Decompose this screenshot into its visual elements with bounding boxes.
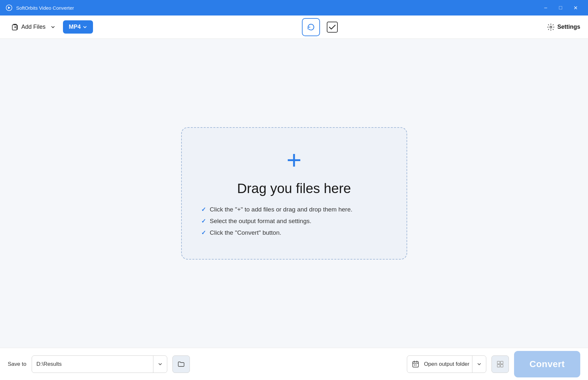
minimize-button[interactable]: –	[538, 0, 553, 15]
settings-label: Settings	[557, 24, 580, 30]
title-bar-left: SoftOrbits Video Converter	[5, 4, 74, 12]
folder-icon	[177, 360, 185, 368]
drop-title: Drag you files here	[237, 181, 351, 196]
calendar-icon	[412, 360, 419, 368]
svg-rect-6	[416, 365, 417, 365]
drop-zone[interactable]: + Drag you files here ✓ Click the "+" to…	[181, 127, 407, 260]
settings-icon	[547, 23, 555, 31]
instructions-list: ✓ Click the "+" to add files or drag and…	[201, 206, 387, 236]
main-content: + Drag you files here ✓ Click the "+" to…	[0, 39, 588, 348]
save-to-label: Save to	[8, 361, 26, 367]
close-button[interactable]: ✕	[568, 0, 583, 15]
path-input[interactable]	[32, 361, 153, 367]
svg-rect-5	[414, 365, 415, 365]
svg-rect-1	[12, 25, 17, 30]
app-logo-icon	[5, 4, 13, 12]
refresh-button[interactable]	[302, 18, 320, 36]
svg-rect-8	[500, 361, 503, 364]
add-files-button[interactable]: Add Files	[8, 21, 49, 33]
check-icon-3: ✓	[201, 229, 206, 236]
check-button[interactable]	[326, 21, 338, 33]
grid-icon	[497, 361, 504, 368]
format-dropdown-icon	[83, 25, 87, 29]
calendar-icon-button[interactable]	[407, 356, 424, 373]
svg-rect-10	[500, 365, 503, 367]
open-folder-label: Open output folder	[424, 361, 472, 367]
check-icon-1: ✓	[201, 206, 206, 213]
open-folder-wrapper: Open output folder	[407, 355, 486, 373]
svg-rect-7	[497, 361, 500, 364]
browse-folder-button[interactable]	[172, 355, 190, 373]
add-files-dropdown[interactable]	[49, 22, 57, 32]
maximize-button[interactable]: □	[553, 0, 568, 15]
app-title: SoftOrbits Video Converter	[16, 5, 74, 11]
instruction-text-3: Click the "Convert" button.	[210, 229, 282, 236]
settings-button[interactable]: Settings	[547, 23, 580, 31]
toolbar-left: Add Files MP4	[8, 20, 93, 34]
format-label: MP4	[69, 24, 81, 30]
path-input-wrapper	[32, 355, 167, 373]
window-controls: – □ ✕	[538, 0, 583, 15]
format-button[interactable]: MP4	[63, 20, 93, 34]
svg-rect-2	[327, 22, 337, 32]
check-icon-2: ✓	[201, 218, 206, 225]
check-icon	[326, 21, 338, 33]
toolbar-center	[93, 18, 547, 36]
chevron-down-icon	[51, 25, 55, 29]
refresh-icon	[306, 23, 315, 32]
add-files-label: Add Files	[21, 24, 46, 30]
svg-rect-9	[497, 365, 500, 367]
grid-view-button[interactable]	[491, 355, 509, 373]
bottom-bar: Save to Open output folder	[0, 348, 588, 380]
instruction-text-2: Select the output format and settings.	[210, 218, 312, 225]
plus-icon: +	[286, 147, 302, 173]
svg-rect-4	[413, 362, 418, 367]
convert-button[interactable]: Convert	[514, 351, 580, 377]
instruction-item-1: ✓ Click the "+" to add files or drag and…	[201, 206, 387, 213]
title-bar: SoftOrbits Video Converter – □ ✕	[0, 0, 588, 15]
toolbar-right: Settings	[547, 23, 580, 31]
svg-point-3	[550, 26, 552, 28]
toolbar: Add Files MP4	[0, 15, 588, 39]
path-dropdown-button[interactable]	[153, 356, 167, 373]
add-files-icon	[12, 24, 19, 31]
path-chevron-icon	[158, 362, 162, 366]
open-folder-chevron-icon	[477, 362, 481, 366]
instruction-item-2: ✓ Select the output format and settings.	[201, 218, 387, 225]
instruction-item-3: ✓ Click the "Convert" button.	[201, 229, 387, 236]
open-folder-dropdown[interactable]	[472, 356, 486, 373]
instruction-text-1: Click the "+" to add files or drag and d…	[210, 206, 353, 213]
